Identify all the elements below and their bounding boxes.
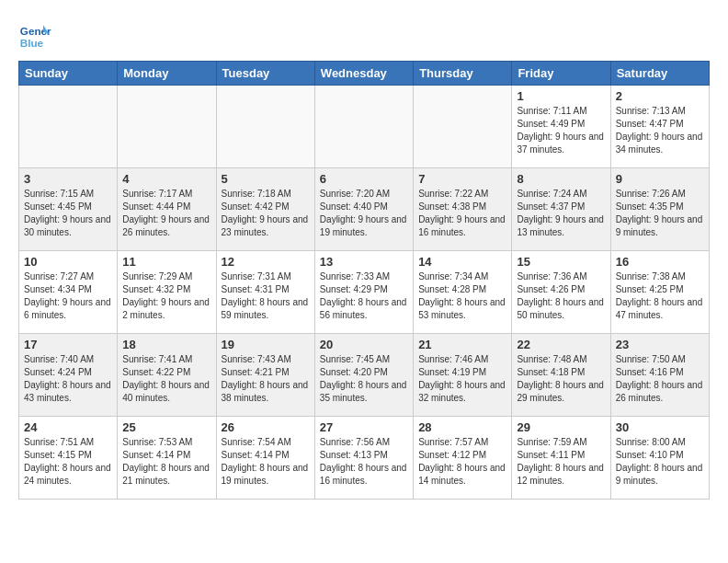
calendar-day-16: 16Sunrise: 7:38 AM Sunset: 4:25 PM Dayli… [610,251,709,334]
calendar-week-row: 10Sunrise: 7:27 AM Sunset: 4:34 PM Dayli… [19,251,710,334]
calendar-day-20: 20Sunrise: 7:45 AM Sunset: 4:20 PM Dayli… [314,334,413,417]
day-info: Sunrise: 7:18 AM Sunset: 4:42 PM Dayligh… [222,188,310,239]
day-number: 26 [222,420,310,434]
calendar-day-26: 26Sunrise: 7:54 AM Sunset: 4:14 PM Dayli… [216,417,314,500]
page-header: General Blue [18,18,710,52]
day-number: 29 [517,420,605,434]
weekday-header-sunday: Sunday [19,62,118,86]
day-number: 2 [616,89,704,103]
day-number: 23 [616,338,704,351]
weekday-header-thursday: Thursday [414,62,512,86]
day-number: 5 [222,172,310,186]
weekday-header-monday: Monday [118,62,216,86]
calendar-day-9: 9Sunrise: 7:26 AM Sunset: 4:35 PM Daylig… [610,168,709,251]
calendar-day-19: 19Sunrise: 7:43 AM Sunset: 4:21 PM Dayli… [216,334,314,417]
day-number: 14 [418,255,506,269]
day-number: 15 [517,255,605,269]
calendar-day-8: 8Sunrise: 7:24 AM Sunset: 4:37 PM Daylig… [512,168,610,251]
calendar-day-27: 27Sunrise: 7:56 AM Sunset: 4:13 PM Dayli… [314,417,413,500]
day-info: Sunrise: 7:43 AM Sunset: 4:21 PM Dayligh… [222,353,310,405]
calendar-day-28: 28Sunrise: 7:57 AM Sunset: 4:12 PM Dayli… [414,417,512,500]
calendar-week-row: 17Sunrise: 7:40 AM Sunset: 4:24 PM Dayli… [19,334,710,417]
day-number: 10 [24,255,112,269]
day-number: 6 [320,172,408,186]
calendar-day-11: 11Sunrise: 7:29 AM Sunset: 4:32 PM Dayli… [118,251,216,334]
calendar-day-29: 29Sunrise: 7:59 AM Sunset: 4:11 PM Dayli… [512,417,610,500]
day-info: Sunrise: 7:33 AM Sunset: 4:29 PM Dayligh… [320,270,408,322]
day-info: Sunrise: 7:29 AM Sunset: 4:32 PM Dayligh… [122,270,210,322]
calendar-empty-cell [19,86,118,168]
logo: General Blue [18,18,57,52]
day-number: 27 [320,420,408,434]
calendar-day-14: 14Sunrise: 7:34 AM Sunset: 4:28 PM Dayli… [414,251,512,334]
day-number: 12 [222,255,310,269]
calendar-day-24: 24Sunrise: 7:51 AM Sunset: 4:15 PM Dayli… [19,417,118,500]
day-info: Sunrise: 7:26 AM Sunset: 4:35 PM Dayligh… [616,188,704,239]
logo-icon: General Blue [18,18,51,52]
weekday-header-tuesday: Tuesday [216,62,314,86]
day-number: 22 [517,338,605,351]
day-info: Sunrise: 7:13 AM Sunset: 4:47 PM Dayligh… [616,105,704,156]
calendar-day-25: 25Sunrise: 7:53 AM Sunset: 4:14 PM Dayli… [118,417,216,500]
calendar-day-2: 2Sunrise: 7:13 AM Sunset: 4:47 PM Daylig… [610,86,709,168]
day-number: 9 [616,172,704,186]
day-info: Sunrise: 7:38 AM Sunset: 4:25 PM Dayligh… [616,270,704,322]
day-info: Sunrise: 7:17 AM Sunset: 4:44 PM Dayligh… [122,188,210,239]
calendar-day-23: 23Sunrise: 7:50 AM Sunset: 4:16 PM Dayli… [610,334,709,417]
day-number: 18 [122,338,210,351]
calendar-week-row: 3Sunrise: 7:15 AM Sunset: 4:45 PM Daylig… [19,168,710,251]
day-number: 1 [517,89,605,103]
calendar-empty-cell [314,86,413,168]
calendar-day-5: 5Sunrise: 7:18 AM Sunset: 4:42 PM Daylig… [216,168,314,251]
day-info: Sunrise: 7:34 AM Sunset: 4:28 PM Dayligh… [418,270,506,322]
day-info: Sunrise: 7:48 AM Sunset: 4:18 PM Dayligh… [517,353,605,405]
calendar-empty-cell [414,86,512,168]
day-number: 24 [24,420,112,434]
day-number: 28 [418,420,506,434]
day-number: 20 [320,338,408,351]
day-number: 19 [222,338,310,351]
calendar-day-13: 13Sunrise: 7:33 AM Sunset: 4:29 PM Dayli… [314,251,413,334]
calendar-day-4: 4Sunrise: 7:17 AM Sunset: 4:44 PM Daylig… [118,168,216,251]
day-info: Sunrise: 7:53 AM Sunset: 4:14 PM Dayligh… [122,436,210,488]
day-info: Sunrise: 7:15 AM Sunset: 4:45 PM Dayligh… [24,188,112,239]
day-number: 8 [517,172,605,186]
day-info: Sunrise: 7:46 AM Sunset: 4:19 PM Dayligh… [418,353,506,405]
day-number: 21 [418,338,506,351]
day-info: Sunrise: 7:45 AM Sunset: 4:20 PM Dayligh… [320,353,408,405]
calendar-table: SundayMondayTuesdayWednesdayThursdayFrid… [18,61,710,500]
day-info: Sunrise: 7:41 AM Sunset: 4:22 PM Dayligh… [122,353,210,405]
day-info: Sunrise: 7:51 AM Sunset: 4:15 PM Dayligh… [24,436,112,488]
day-info: Sunrise: 8:00 AM Sunset: 4:10 PM Dayligh… [616,436,704,488]
day-number: 30 [616,420,704,434]
calendar-empty-cell [216,86,314,168]
calendar-day-30: 30Sunrise: 8:00 AM Sunset: 4:10 PM Dayli… [610,417,709,500]
calendar-day-15: 15Sunrise: 7:36 AM Sunset: 4:26 PM Dayli… [512,251,610,334]
day-number: 13 [320,255,408,269]
calendar-week-row: 1Sunrise: 7:11 AM Sunset: 4:49 PM Daylig… [19,86,710,168]
day-info: Sunrise: 7:31 AM Sunset: 4:31 PM Dayligh… [222,270,310,322]
day-info: Sunrise: 7:20 AM Sunset: 4:40 PM Dayligh… [320,188,408,239]
calendar-day-12: 12Sunrise: 7:31 AM Sunset: 4:31 PM Dayli… [216,251,314,334]
day-info: Sunrise: 7:11 AM Sunset: 4:49 PM Dayligh… [517,105,605,156]
calendar-day-10: 10Sunrise: 7:27 AM Sunset: 4:34 PM Dayli… [19,251,118,334]
calendar-day-17: 17Sunrise: 7:40 AM Sunset: 4:24 PM Dayli… [19,334,118,417]
day-number: 16 [616,255,704,269]
weekday-header-saturday: Saturday [610,62,709,86]
day-info: Sunrise: 7:57 AM Sunset: 4:12 PM Dayligh… [418,436,506,488]
day-info: Sunrise: 7:36 AM Sunset: 4:26 PM Dayligh… [517,270,605,322]
day-number: 4 [122,172,210,186]
day-info: Sunrise: 7:24 AM Sunset: 4:37 PM Dayligh… [517,188,605,239]
calendar-day-18: 18Sunrise: 7:41 AM Sunset: 4:22 PM Dayli… [118,334,216,417]
day-info: Sunrise: 7:56 AM Sunset: 4:13 PM Dayligh… [320,436,408,488]
day-number: 17 [24,338,112,351]
weekday-header-wednesday: Wednesday [314,62,413,86]
day-info: Sunrise: 7:54 AM Sunset: 4:14 PM Dayligh… [222,436,310,488]
calendar-day-3: 3Sunrise: 7:15 AM Sunset: 4:45 PM Daylig… [19,168,118,251]
weekday-header-friday: Friday [512,62,610,86]
day-info: Sunrise: 7:22 AM Sunset: 4:38 PM Dayligh… [418,188,506,239]
calendar-day-6: 6Sunrise: 7:20 AM Sunset: 4:40 PM Daylig… [314,168,413,251]
day-info: Sunrise: 7:50 AM Sunset: 4:16 PM Dayligh… [616,353,704,405]
calendar-day-7: 7Sunrise: 7:22 AM Sunset: 4:38 PM Daylig… [414,168,512,251]
calendar-day-1: 1Sunrise: 7:11 AM Sunset: 4:49 PM Daylig… [512,86,610,168]
